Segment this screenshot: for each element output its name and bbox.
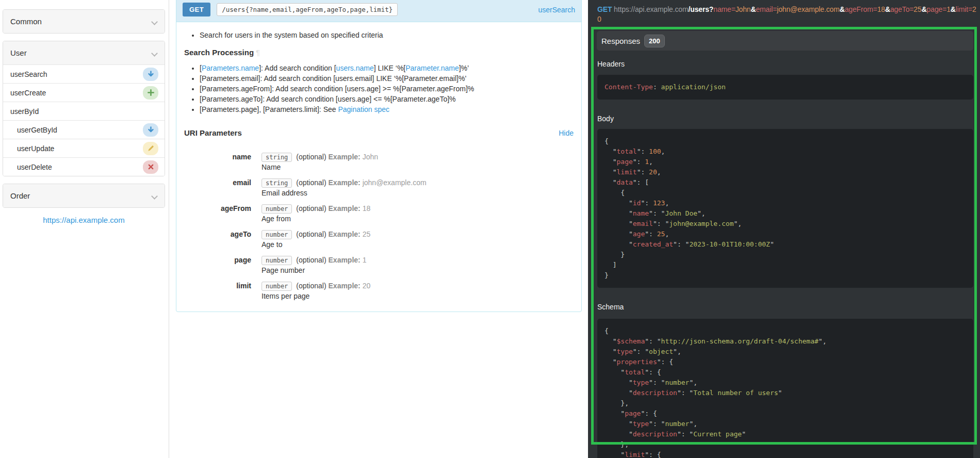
request-token-qk: page=: [927, 5, 947, 13]
chevron-down-icon: [151, 193, 158, 200]
parameter-meta: number (optional) Example: 1: [262, 255, 574, 265]
parameter-meta: number (optional) Example: 20: [262, 281, 574, 291]
request-token-qk: email=: [756, 5, 777, 13]
summary-list: Search for users in the system based on …: [200, 30, 574, 40]
section-heading: Search Processing¶: [184, 47, 574, 58]
request-token-qv: 18: [877, 5, 885, 13]
put-pencil-icon: [143, 142, 158, 155]
rule-item: [Parameters.name]: Add search condition …: [200, 63, 574, 73]
request-token-qk: name=: [713, 5, 735, 13]
main-content: GET /users{?name,email,ageFrom,ageTo,pag…: [170, 0, 588, 458]
responses-bar: Responses 200: [597, 31, 973, 51]
sidebar-group-label: Order: [10, 191, 30, 200]
parameter-type-badge: string: [262, 178, 292, 188]
inline-link[interactable]: Pagination spec: [338, 105, 389, 113]
parameter-name: email: [184, 177, 251, 188]
parameter-required: (optional): [296, 204, 326, 212]
sidebar-item-usersearch[interactable]: userSearch: [3, 64, 165, 83]
sidebar-group-header-order[interactable]: Order: [3, 184, 165, 207]
sidebar-group-user: UseruserSearchuserCreateuserByIduserGetB…: [3, 41, 165, 176]
parameter-row-ageFrom: ageFromnumber (optional) Example: 18Age …: [184, 203, 574, 224]
parameter-type-badge: number: [262, 204, 292, 214]
parameter-meta: string (optional) Example: John: [262, 152, 574, 162]
request-token-method: GET: [597, 5, 612, 13]
parameter-row-ageTo: ageTonumber (optional) Example: 25Age to: [184, 229, 574, 250]
example-label: Example:: [329, 178, 361, 187]
method-badge: GET: [183, 3, 210, 17]
sidebar-group-items: userSearchuserCreateuserByIduserGetByIdu…: [3, 64, 165, 176]
get-arrow-icon: [143, 123, 158, 137]
parameter-name: page: [184, 255, 251, 265]
example-value: 25: [363, 230, 371, 238]
sidebar-group-header-common[interactable]: Common: [3, 10, 165, 33]
sidebar-item-usercreate[interactable]: userCreate: [3, 83, 165, 102]
parameter-type-badge: number: [262, 230, 292, 239]
request-token-qv: john@example.com: [777, 5, 840, 13]
parameter-description: Page number: [262, 265, 574, 275]
parameter-name: name: [184, 152, 251, 162]
parameter-required: (optional): [296, 178, 326, 187]
request-token-path: /users?: [689, 5, 714, 13]
parameter-meta: number (optional) Example: 18: [262, 203, 574, 214]
sidebar-item-label: userById: [10, 107, 39, 116]
endpoint-card: GET /users{?name,email,ageFrom,ageTo,pag…: [176, 0, 582, 312]
chevron-down-icon: [151, 50, 158, 57]
request-token-host: https://api.example.com: [614, 5, 688, 13]
request-token-qv: 25: [913, 5, 921, 13]
schema-code-block: { "$schema": "http://json-schema.org/dra…: [597, 319, 973, 458]
sidebar-item-userupdate[interactable]: userUpdate: [3, 139, 165, 157]
parameter-name: limit: [184, 281, 251, 291]
example-value: 1: [363, 256, 367, 264]
parameter-required: (optional): [296, 230, 326, 238]
endpoint-body: Search for users in the system based on …: [176, 22, 581, 312]
sidebar-group-header-user[interactable]: User: [3, 41, 165, 64]
action-link[interactable]: userSearch: [538, 6, 575, 14]
request-token-amp: &: [840, 5, 845, 13]
parameter-name: ageTo: [184, 229, 251, 239]
get-arrow-icon: [143, 68, 158, 81]
uri-parameters-header: URI Parameters Hide: [184, 128, 574, 138]
example-label: Example:: [329, 256, 361, 264]
api-docs-page: CommonUseruserSearchuserCreateuserByIdus…: [0, 0, 980, 458]
parameter-description: Email address: [262, 188, 574, 198]
request-token-qk: ageFrom=: [845, 5, 877, 13]
endpoint-header[interactable]: GET /users{?name,email,ageFrom,ageTo,pag…: [176, 0, 581, 22]
summary-item: Search for users in the system based on …: [200, 30, 574, 40]
inline-link[interactable]: users.name: [336, 64, 374, 72]
parameter-type-badge: number: [262, 282, 292, 291]
parameter-required: (optional): [296, 256, 326, 264]
parameter-row-name: namestring (optional) Example: JohnName: [184, 152, 574, 172]
parameter-type-badge: string: [262, 153, 292, 162]
sidebar-group-label: User: [10, 48, 27, 57]
sidebar-item-usergetbyid[interactable]: userGetById: [3, 120, 165, 139]
sidebar-item-label: userDelete: [17, 163, 52, 171]
parameter-meta: number (optional) Example: 25: [262, 229, 574, 239]
body-code-block: { "total": 100, "page": 1, "limit": 20, …: [597, 129, 973, 288]
rules-list: [Parameters.name]: Add search condition …: [200, 63, 574, 114]
sidebar-item-userbyid[interactable]: userById: [3, 102, 165, 120]
inline-link[interactable]: Parameters.name: [202, 64, 259, 72]
example-label: Example:: [329, 153, 361, 161]
sidebar-group-order: Order: [3, 184, 165, 208]
sidebar-item-userdelete[interactable]: userDelete: [3, 157, 165, 176]
parameter-description: Name: [262, 162, 574, 172]
parameter-type-badge: number: [262, 256, 292, 265]
headers-code-block: Content-Type: application/json: [597, 75, 973, 100]
sidebar-item-label: userCreate: [10, 89, 46, 97]
example-label: Example:: [329, 230, 361, 238]
uri-template: /users{?name,email,ageFrom,ageTo,page,li…: [217, 3, 398, 16]
hide-link[interactable]: Hide: [559, 129, 574, 137]
sidebar-group-label: Common: [10, 17, 42, 26]
example-request-line: GET https://api.example.com/users?name=J…: [597, 5, 980, 24]
status-code-tab[interactable]: 200: [644, 35, 665, 47]
example-value: 18: [363, 204, 371, 212]
request-token-amp: &: [885, 5, 890, 13]
parameter-description: Age from: [262, 214, 574, 224]
request-token-qk: ageTo=: [890, 5, 913, 13]
example-console: GET https://api.example.com/users?name=J…: [588, 0, 980, 458]
parameter-required: (optional): [296, 153, 326, 161]
parameters-list: namestring (optional) Example: JohnNamee…: [184, 152, 574, 301]
host-link[interactable]: https://api.example.com: [3, 216, 165, 224]
inline-link[interactable]: Parameter.name: [405, 64, 459, 72]
request-token-amp: &: [951, 5, 956, 13]
